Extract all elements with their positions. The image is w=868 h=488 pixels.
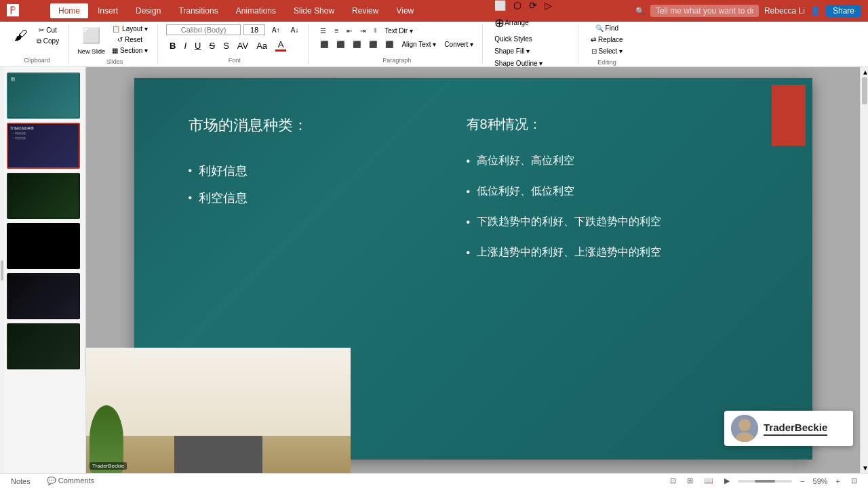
italic-button[interactable]: I xyxy=(180,39,190,53)
font-shrink-button[interactable]: A↓ xyxy=(287,25,303,35)
format-painter-button[interactable]: 🖌 xyxy=(11,24,31,47)
avatar-icon xyxy=(731,415,758,442)
align-right-button[interactable]: ⬛ xyxy=(349,39,364,50)
clipboard-label: Clipboard xyxy=(24,56,50,64)
quick-styles-button[interactable]: Quick Styles xyxy=(491,33,536,45)
reset-button[interactable]: ↺ Reset xyxy=(108,35,152,45)
font-grow-button[interactable]: A↑ xyxy=(268,25,284,35)
right-dot-4: • xyxy=(467,247,471,259)
tab-transitions[interactable]: Transitions xyxy=(170,3,226,18)
columns-button[interactable]: ⫴ xyxy=(370,24,380,37)
tab-home[interactable]: Home xyxy=(50,3,88,18)
tab-insert[interactable]: Insert xyxy=(90,3,126,18)
slide-thumb-6[interactable] xyxy=(7,323,80,369)
strikethrough-button[interactable]: S xyxy=(205,39,218,53)
normal-view-button[interactable]: ⊡ xyxy=(667,476,679,486)
align-top-button[interactable]: ⬛ xyxy=(382,39,397,50)
align-center-button[interactable]: ⬛ xyxy=(333,39,348,50)
right-scrollbar[interactable]: ▲ ▼ xyxy=(860,67,868,473)
new-slide-button[interactable]: ⬜ xyxy=(77,24,105,48)
tab-view[interactable]: View xyxy=(388,3,422,18)
brand-name: TraderBeckie xyxy=(764,422,827,433)
canvas-area[interactable]: Section = 市场的消息种类： • 利好信息 • 利空信息 有8种情况： xyxy=(86,67,860,473)
slide-sorter-button[interactable]: ⊞ xyxy=(684,476,696,486)
select-button[interactable]: ⊡ Select ▾ xyxy=(587,46,627,56)
font-color-button[interactable]: A xyxy=(272,37,290,54)
right-bullet-3: • 下跌趋势中的利好、下跌趋势中的利空 xyxy=(467,215,806,229)
user-icon: 👤 xyxy=(810,6,821,16)
slide-thumb-5[interactable] xyxy=(7,273,80,319)
decrease-indent-button[interactable]: ⇤ xyxy=(343,25,355,37)
tab-design[interactable]: Design xyxy=(127,3,169,18)
title-bar: 🅿 Home Insert Design Transitions Animati… xyxy=(0,0,868,22)
tab-animations[interactable]: Animations xyxy=(228,3,284,18)
font-size-input[interactable] xyxy=(243,24,265,35)
slide-thumb-3[interactable] xyxy=(7,173,80,219)
justify-button[interactable]: ⬛ xyxy=(366,39,380,50)
new-slide-label: New Slide xyxy=(77,48,105,55)
user-name: Rebecca Li xyxy=(764,6,805,16)
left-title: 市场的消息种类： xyxy=(189,115,460,136)
bullets-button[interactable]: ☰ xyxy=(317,25,330,37)
bullet-dot-1: • xyxy=(189,165,193,177)
notes-button[interactable]: Notes xyxy=(8,476,33,486)
slide-right-content: 有8种情况： • 高位利好、高位利空 • 低位利好、低位利空 • 下跌趋势中的利… xyxy=(467,115,806,276)
cut-button[interactable]: ✂ Cut xyxy=(33,25,63,35)
numbering-button[interactable]: ≡ xyxy=(331,25,342,37)
smartart-button[interactable]: Convert ▾ xyxy=(441,39,477,50)
font-label: Font xyxy=(229,56,241,64)
scroll-down-button[interactable]: ▼ xyxy=(861,463,868,473)
paragraph-label: Paragraph xyxy=(382,56,411,64)
ribbon-toolbar: 🖌 ✂ Cut ⧉ Copy Clipboard ⬜ New Slide 📋 L… xyxy=(0,22,868,66)
fit-button[interactable]: ⊡ xyxy=(848,476,860,486)
main-layout: 图 市场的消息种类 • 利好信息 • 利空信息 Section = xyxy=(0,67,868,473)
increase-indent-button[interactable]: ⇥ xyxy=(357,25,369,37)
zoom-slider[interactable] xyxy=(738,480,792,483)
slide-thumb-2[interactable]: 市场的消息种类 • 利好信息 • 利空信息 xyxy=(7,123,80,169)
left-bullet-2: • 利空信息 xyxy=(189,190,460,206)
slideshow-button[interactable]: ▶ xyxy=(722,476,732,486)
drawing-group: ⬜ ⬡ ⟳ ▷ ⊕Arrange Quick Styles Shape Fill… xyxy=(486,24,578,64)
shape-1-button[interactable]: ⬜ xyxy=(491,0,509,13)
bold-button[interactable]: B xyxy=(166,39,179,53)
shape-4-button[interactable]: ▷ xyxy=(541,0,555,13)
arrange-button[interactable]: ⊕Arrange xyxy=(491,14,532,33)
align-text-button[interactable]: Align Text ▾ xyxy=(398,39,439,50)
font-name-input[interactable] xyxy=(166,24,241,35)
copy-button[interactable]: ⧉ Copy xyxy=(33,36,63,47)
find-button[interactable]: 🔍 Find xyxy=(587,23,627,33)
tab-slideshow[interactable]: Slide Show xyxy=(285,3,342,18)
webcam-overlay: TraderBeckie xyxy=(86,348,351,473)
comments-button[interactable]: 💬 Comments xyxy=(44,476,97,486)
bullet-dot-2: • xyxy=(189,192,193,204)
section-button[interactable]: ▦ Section ▾ xyxy=(108,45,152,56)
scroll-up-button[interactable]: ▲ xyxy=(861,67,868,77)
shadow-button[interactable]: S xyxy=(220,39,233,53)
zoom-in-button[interactable]: + xyxy=(833,476,843,486)
underline-button[interactable]: U xyxy=(191,39,204,53)
share-button[interactable]: Share xyxy=(826,5,861,17)
replace-button[interactable]: ⇄ Replace xyxy=(587,35,627,45)
left-scroll-bar[interactable] xyxy=(0,67,4,473)
text-direction-button[interactable]: Text Dir ▾ xyxy=(381,25,416,37)
tab-review[interactable]: Review xyxy=(344,3,387,18)
brand-underline xyxy=(764,434,827,436)
slide-left-content: 市场的消息种类： • 利好信息 • 利空信息 xyxy=(189,115,460,217)
slides-group: ⬜ New Slide 📋 Layout ▾ ↺ Reset ▦ Section… xyxy=(72,24,158,64)
change-case-button[interactable]: Aa xyxy=(253,39,271,53)
layout-button[interactable]: 📋 Layout ▾ xyxy=(108,24,152,34)
search-input[interactable] xyxy=(650,5,759,17)
status-bar: Notes 💬 Comments ⊡ ⊞ 📖 ▶ − 59% + ⊡ xyxy=(0,473,868,488)
slide-thumb-1[interactable]: 图 xyxy=(7,73,80,119)
shape-fill-button[interactable]: Shape Fill ▾ xyxy=(491,45,533,57)
slide-thumb-4[interactable] xyxy=(7,223,80,269)
branding-badge: TraderBeckie xyxy=(724,411,853,446)
shape-2-button[interactable]: ⬡ xyxy=(510,0,525,13)
webcam-label: TraderBeckie xyxy=(90,462,127,470)
reading-view-button[interactable]: 📖 xyxy=(701,476,716,486)
right-bullet-2: • 低位利好、低位利空 xyxy=(467,184,806,199)
shape-3-button[interactable]: ⟳ xyxy=(526,0,540,13)
zoom-out-button[interactable]: − xyxy=(797,476,807,486)
char-spacing-button[interactable]: AV xyxy=(234,39,252,53)
align-left-button[interactable]: ⬛ xyxy=(317,39,332,50)
